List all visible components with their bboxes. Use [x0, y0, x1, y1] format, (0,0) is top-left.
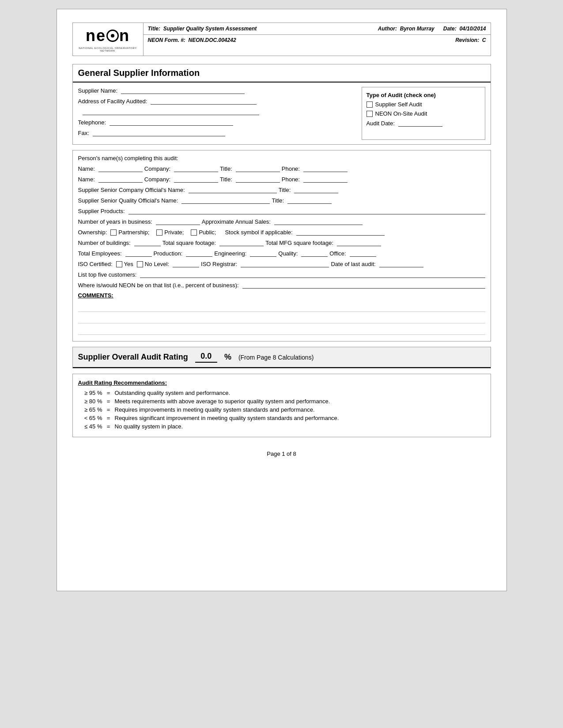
address-line2 [78, 108, 353, 115]
company-field-2[interactable] [174, 176, 218, 183]
address-field2[interactable] [83, 108, 259, 115]
annual-sales-field[interactable] [274, 218, 363, 225]
phone-field-1[interactable] [303, 165, 348, 172]
rec-desc-3: Requires significant improvement in meet… [115, 415, 485, 421]
header-info-top: Title: Supplier Quality System Assessmen… [144, 23, 491, 35]
rec-row-4: ≤ 45 % = No quality system in place. [78, 423, 485, 430]
general-info-content: Supplier Name: Address of Facility Audit… [73, 83, 491, 144]
rec-threshold-3: < 65 % [78, 415, 102, 421]
office-label: Office: [329, 250, 346, 257]
telephone-field[interactable] [110, 119, 233, 126]
iso-no-checkbox[interactable] [137, 261, 143, 267]
author-label: Author: [378, 26, 397, 32]
logo-n2: n [119, 26, 130, 45]
neon-percent-field[interactable] [242, 281, 485, 289]
phone-label-1: Phone: [282, 165, 300, 172]
title-label-2: Title: [220, 176, 232, 183]
last-audit-field[interactable] [379, 260, 423, 267]
senior-quality-title-label: Title: [272, 197, 284, 204]
audit-rating-value: 0.0 [195, 352, 217, 363]
name-field-2[interactable] [98, 176, 143, 183]
rec-row-3: < 65 % = Requires significant improvemen… [78, 415, 485, 421]
logo-e: e [96, 26, 106, 45]
supplier-self-audit-checkbox[interactable] [367, 101, 373, 108]
address-field1[interactable] [151, 98, 257, 105]
date-value: 04/10/2014 [459, 26, 486, 32]
senior-quality-title-field[interactable] [287, 197, 332, 204]
title-label-1: Title: [220, 165, 232, 172]
fax-field[interactable] [93, 129, 225, 136]
senior-quality-line: Supplier Senior Quality Official's Name:… [78, 197, 485, 204]
page-number-text: Page 1 of 8 [267, 450, 296, 457]
logo-circle [106, 30, 119, 42]
neon-onsite-audit-line: NEON On-Site Audit [367, 110, 480, 117]
audit-date-field[interactable] [398, 120, 442, 127]
comment-line-2[interactable] [78, 314, 485, 323]
name-label-2: Name: [78, 176, 95, 183]
comments-area [78, 302, 485, 335]
general-info-two-col: Supplier Name: Address of Facility Audit… [78, 87, 485, 140]
employees-field[interactable] [125, 250, 152, 257]
supplier-name-field[interactable] [121, 87, 245, 94]
buildings-field[interactable] [134, 239, 161, 246]
phone-field-2[interactable] [303, 176, 348, 183]
partnership-checkbox[interactable] [110, 229, 117, 236]
form-field: NEON Form. #: NEON.DOC.004242 [148, 37, 236, 43]
revision-value: C [482, 37, 486, 43]
top-five-line: List top five customers: [78, 271, 485, 278]
sqft-field[interactable] [219, 239, 264, 246]
rec-title: Audit Rating Recommendations: [78, 379, 485, 386]
stock-symbol-field[interactable] [296, 229, 385, 236]
audit-rating-header: Supplier Overall Audit Rating 0.0 % (Fro… [73, 347, 491, 368]
neon-percent-label: Where is/would NEON be on that list (i.e… [78, 282, 239, 289]
title-field-2[interactable] [236, 176, 280, 183]
top-five-field[interactable] [140, 271, 485, 278]
years-label: Number of years in business: [78, 218, 152, 225]
iso-yes-checkbox[interactable] [116, 261, 122, 267]
rec-threshold-4: ≤ 45 % [78, 423, 102, 430]
rec-desc-1: Meets requirements with above average to… [115, 398, 485, 405]
date-label: Date: [443, 26, 457, 32]
fax-label: Fax: [78, 130, 89, 136]
address-label: Address of Facility Audited: [78, 98, 147, 105]
general-info-left: Supplier Name: Address of Facility Audit… [78, 87, 353, 140]
iso-registrar-field[interactable] [241, 260, 329, 267]
company-field-1[interactable] [174, 165, 218, 172]
rec-colon: : [165, 379, 167, 386]
telephone-label: Telephone: [78, 119, 106, 126]
production-field[interactable] [186, 250, 212, 257]
private-checkbox[interactable] [156, 229, 162, 236]
audit-rating-title: Supplier Overall Audit Rating [78, 353, 188, 362]
form-value: NEON.DOC.004242 [189, 37, 236, 43]
years-field[interactable] [156, 218, 200, 225]
senior-official-field[interactable] [189, 186, 277, 193]
private-label: Private; [164, 229, 184, 236]
level-field[interactable] [173, 260, 199, 267]
header: n e n NATIONAL ECOLOGICAL OBSERVATORY NE… [72, 23, 491, 56]
recommendations-section: Audit Rating Recommendations: ≥ 95 % = O… [72, 374, 491, 437]
buildings-label: Number of buildings: [78, 240, 131, 246]
comment-line-3[interactable] [78, 325, 485, 335]
sqft-label: Total square footage: [162, 240, 216, 246]
form-label: NEON Form. #: [148, 37, 185, 43]
engineering-field[interactable] [250, 250, 276, 257]
mfg-sqft-field[interactable] [337, 239, 381, 246]
products-field[interactable] [128, 207, 485, 214]
rec-row-2: ≥ 65 % = Requires improvements in meetin… [78, 406, 485, 413]
company-label-1: Company: [144, 165, 170, 172]
audit-rating-percent: % [224, 353, 231, 362]
products-line: Supplier Products: [78, 207, 485, 214]
rec-threshold-2: ≥ 65 % [78, 406, 102, 413]
senior-quality-field[interactable] [181, 197, 270, 204]
last-audit-label: Date of last audit: [331, 261, 375, 267]
name-field-1[interactable] [98, 165, 143, 172]
mfg-sqft-label: Total MFG square footage: [265, 240, 333, 246]
office-field[interactable] [350, 250, 376, 257]
public-label: Public; [199, 229, 216, 236]
comment-line-1[interactable] [78, 302, 485, 312]
public-checkbox[interactable] [191, 229, 197, 236]
senior-official-title-field[interactable] [294, 186, 338, 193]
neon-onsite-audit-checkbox[interactable] [367, 111, 373, 117]
quality-field[interactable] [301, 250, 328, 257]
title-field-1[interactable] [236, 165, 280, 172]
